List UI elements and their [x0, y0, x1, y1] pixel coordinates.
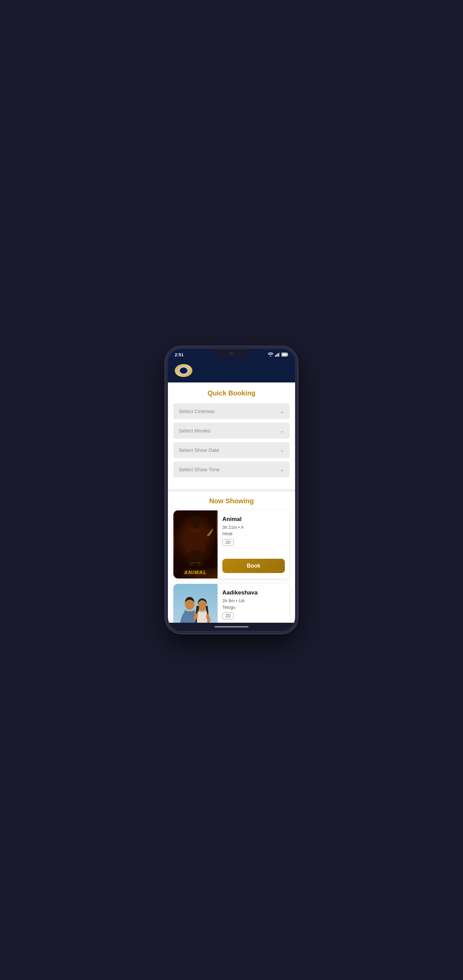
animal-figure — [173, 511, 217, 568]
animal-text-overlay: ANIMAL — [184, 570, 207, 575]
svg-rect-5 — [288, 354, 288, 356]
aadikeshava-format-badge: 2D — [222, 612, 233, 619]
select-show-time-label: Select Show Time — [179, 466, 220, 472]
svg-rect-1 — [276, 354, 277, 356]
svg-rect-2 — [278, 353, 279, 356]
animal-format-badge: 2D — [222, 539, 233, 546]
home-indicator — [168, 623, 295, 631]
now-showing-title: Now Showing — [173, 497, 290, 505]
animal-movie-info: Animal 3h 21m • A Hindi 2D Book — [217, 511, 290, 579]
animal-poster: ANIMAL — [173, 511, 217, 579]
logo-container — [175, 364, 288, 377]
signal-icon — [275, 353, 280, 356]
select-movies-dropdown[interactable]: Select Movies ⌄ — [173, 423, 290, 439]
animal-rating: A — [241, 525, 244, 530]
animal-duration: 3h 21m — [222, 525, 237, 530]
svg-rect-3 — [279, 353, 280, 356]
select-show-time-dropdown[interactable]: Select Show Time ⌄ — [173, 461, 290, 477]
main-content: Quick Booking Select Cinemas ⌄ Select Mo… — [168, 382, 295, 623]
wifi-icon — [268, 353, 273, 356]
animal-title: Animal — [222, 516, 285, 523]
app-header — [168, 360, 295, 382]
aadikeshava-meta: 2h 9m • UA — [222, 598, 285, 603]
movies-chevron-icon: ⌄ — [280, 427, 284, 434]
aadikeshava-poster — [173, 584, 217, 623]
animal-language: Hindi — [222, 531, 285, 536]
home-bar — [214, 626, 249, 627]
status-icons — [268, 353, 288, 356]
aadikeshava-movie-info: Aadikeshava 2h 9m • UA Telugu 2D — [217, 584, 290, 623]
front-camera — [230, 352, 233, 355]
notch — [214, 349, 249, 359]
cinemas-chevron-icon: ⌄ — [280, 408, 284, 414]
animal-meta: 3h 21m • A — [222, 525, 285, 530]
show-time-chevron-icon: ⌄ — [280, 466, 284, 473]
phone-frame: 2:51 — [165, 347, 298, 633]
now-showing-section: Now Showing — [168, 492, 295, 623]
aadi-figures — [173, 598, 217, 623]
aadikeshava-separator: • — [236, 598, 239, 603]
select-show-date-label: Select Show Date — [179, 447, 219, 453]
svg-point-8 — [190, 517, 201, 528]
quick-booking-title: Quick Booking — [173, 389, 290, 397]
status-time: 2:51 — [175, 352, 184, 357]
quick-booking-section: Quick Booking Select Cinemas ⌄ Select Mo… — [168, 382, 295, 489]
svg-point-13 — [198, 601, 207, 611]
aadikeshava-title: Aadikeshava — [222, 589, 285, 596]
select-show-date-dropdown[interactable]: Select Show Date ⌄ — [173, 442, 290, 458]
app-logo — [175, 364, 192, 377]
movie-card-animal: ANIMAL Animal 3h 21m • A Hindi 2D Book — [173, 511, 290, 579]
svg-rect-0 — [275, 355, 276, 356]
show-date-chevron-icon: ⌄ — [280, 447, 284, 453]
svg-point-10 — [197, 534, 198, 535]
movie-card-aadikeshava: Aadikeshava 2h 9m • UA Telugu 2D — [173, 584, 290, 623]
select-cinemas-dropdown[interactable]: Select Cinemas ⌄ — [173, 403, 290, 419]
svg-rect-6 — [282, 353, 287, 356]
select-movies-label: Select Movies — [179, 428, 211, 434]
aadikeshava-rating: UA — [239, 598, 245, 603]
select-cinemas-label: Select Cinemas — [179, 408, 214, 414]
battery-icon — [281, 353, 288, 356]
aadikeshava-language: Telugu — [222, 605, 285, 610]
aadikeshava-duration: 2h 9m — [222, 598, 235, 603]
svg-point-9 — [191, 535, 193, 537]
animal-book-button[interactable]: Book — [222, 559, 285, 573]
